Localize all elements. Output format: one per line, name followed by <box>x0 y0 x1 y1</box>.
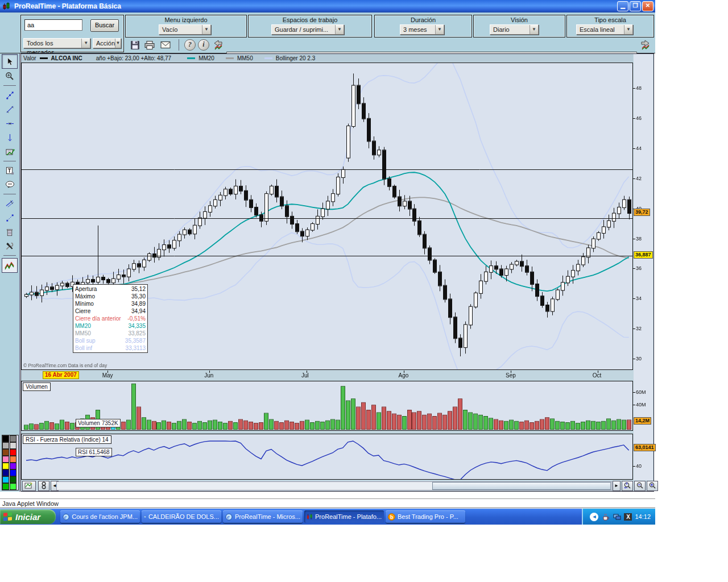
search-input[interactable] <box>24 19 82 31</box>
back-chart-button[interactable] <box>212 39 224 50</box>
rsi-panel[interactable]: RSI - Fuerza Relativa (índice) 14 <box>21 434 633 480</box>
divider <box>3 255 16 256</box>
duration-group: Duración 3 meses▼ <box>374 15 472 38</box>
chart-annotation-tool[interactable] <box>2 145 17 159</box>
palette-color-14[interactable] <box>2 483 9 490</box>
text-icon <box>6 167 14 175</box>
palette-color-13[interactable] <box>10 476 16 483</box>
forward-chart-button[interactable] <box>639 39 652 50</box>
markets-dropdown[interactable]: Todos los mercados▼ <box>23 38 90 48</box>
zoom-out-button[interactable] <box>634 481 646 491</box>
help-button[interactable]: ? <box>184 39 196 51</box>
palette-color-1[interactable] <box>10 435 16 442</box>
palette-color-2[interactable] <box>2 442 9 449</box>
task-button[interactable]: bBest Trading Pro - P... <box>386 510 465 523</box>
tooltip-row: Cierre34,94 <box>75 307 146 315</box>
tray-chevron-icon[interactable]: ◄ <box>590 513 598 521</box>
restore-button[interactable]: ❐ <box>630 1 641 11</box>
palette-color-6[interactable] <box>2 456 9 463</box>
palette-color-3[interactable] <box>10 442 16 449</box>
vertical-line-icon <box>6 134 14 142</box>
zoom-tool[interactable] <box>2 69 17 83</box>
link-cursor-button[interactable] <box>38 481 49 491</box>
vision-dropdown[interactable]: Diario▼ <box>490 24 539 35</box>
magnifier-minus-icon <box>636 481 644 489</box>
scrollbar-thumb[interactable] <box>432 482 611 490</box>
task-button[interactable]: ProRealTime - Platafo... <box>304 510 384 523</box>
minimize-button[interactable]: ▁ <box>617 1 628 11</box>
java-tray-icon[interactable] <box>601 513 610 521</box>
rsi-canvas[interactable] <box>22 434 632 479</box>
palette-color-9[interactable] <box>10 463 16 469</box>
antivirus-tray-icon[interactable]: X <box>624 513 632 521</box>
horizontal-line-icon <box>6 119 14 128</box>
close-button[interactable]: ✕ <box>642 1 653 11</box>
pointer-tool[interactable] <box>2 54 18 69</box>
window-titlebar[interactable]: ProRealTime - Plataforma Básica ▁ ❐ ✕ <box>0 0 655 13</box>
palette-color-7[interactable] <box>10 456 16 463</box>
ie-icon: e <box>144 513 146 521</box>
instrument-type-dropdown[interactable]: Acción▼ <box>93 38 121 48</box>
palette-color-0[interactable] <box>2 435 9 442</box>
group-label: Espacios de trabajo <box>249 16 371 23</box>
email-button[interactable] <box>159 39 172 51</box>
palette-color-12[interactable] <box>2 476 9 483</box>
parallel-lines-tool[interactable] <box>2 197 17 210</box>
rsi-tooltip: RSI 61,5468 <box>76 448 112 456</box>
task-button[interactable]: eCours de l'action JPM... <box>60 510 140 523</box>
scroll-right-button[interactable]: ► <box>613 481 621 491</box>
scale-type-dropdown[interactable]: Escala lineal▼ <box>576 24 633 35</box>
zoom-fit-button[interactable] <box>622 481 633 491</box>
segment-tool[interactable] <box>2 211 17 225</box>
chevron-down-icon: ▼ <box>335 25 344 34</box>
task-button[interactable]: eCALDEIRÃO DE DOLS... <box>142 510 221 523</box>
save-button[interactable] <box>129 39 141 51</box>
date-axis[interactable]: 16 Abr 2007 <box>21 371 633 380</box>
palette-color-10[interactable] <box>2 469 9 476</box>
scale-type-group: Tipo escala Escala lineal▼ <box>566 15 654 38</box>
palette-color-8[interactable] <box>2 463 9 469</box>
price-axis[interactable] <box>634 54 653 480</box>
toolbar: Buscar Todos los mercados▼ Acción▼ Menu … <box>0 13 655 53</box>
display-tray-icon[interactable] <box>613 513 621 521</box>
indicator-chart-icon <box>24 481 34 489</box>
search-button[interactable]: Buscar <box>90 19 119 32</box>
delete-tool[interactable] <box>2 225 17 239</box>
workspaces-dropdown[interactable]: Guardar / suprimi...▼ <box>271 24 344 35</box>
bollinger-dash-icon <box>264 57 272 59</box>
palette-color-5[interactable] <box>10 449 16 456</box>
trendline-tool[interactable] <box>2 102 17 116</box>
search-group: Buscar Todos los mercados▼ Acción▼ <box>20 15 124 52</box>
horizontal-line-tool[interactable] <box>2 117 17 130</box>
print-button[interactable] <box>143 39 156 51</box>
text-tool[interactable] <box>2 164 17 177</box>
tooltip-row: MM5033,825 <box>75 330 146 337</box>
taskbar: Iniciar eCours de l'action JPM...eCALDEI… <box>0 509 655 525</box>
zoom-in-button[interactable] <box>647 481 658 491</box>
window-title: ProRealTime - Plataforma Básica <box>14 2 121 10</box>
comment-tool[interactable] <box>2 178 17 192</box>
indicator-settings-button[interactable] <box>22 481 36 491</box>
palette-color-4[interactable] <box>2 449 9 456</box>
pointer-icon <box>6 57 14 66</box>
svg-text:b: b <box>390 514 394 520</box>
trendline-icon <box>6 105 14 114</box>
chart-mode-tool[interactable] <box>2 258 18 273</box>
settings-tool[interactable] <box>2 239 17 253</box>
start-button[interactable]: Iniciar <box>0 509 56 524</box>
palette-color-11[interactable] <box>10 469 16 476</box>
trendline-points-tool[interactable] <box>2 88 17 102</box>
group-label: Duración <box>375 16 471 23</box>
task-button[interactable]: eProRealTime - Micros... <box>223 510 303 523</box>
back-arrow-chart-icon <box>212 39 224 50</box>
system-tray: ◄ X 14:12 <box>582 509 655 525</box>
rsi-panel-label: RSI - Fuerza Relativa (índice) 14 <box>23 435 111 444</box>
info-button[interactable]: i <box>198 39 209 51</box>
palette-color-15[interactable] <box>10 483 16 490</box>
status-text: Java Applet Window <box>2 500 59 507</box>
vertical-line-tool[interactable] <box>2 131 17 144</box>
scrollbar-track[interactable] <box>56 481 612 490</box>
app-logo-icon <box>2 2 11 10</box>
left-menu-dropdown[interactable]: Vacío▼ <box>159 24 211 35</box>
duration-dropdown[interactable]: 3 meses▼ <box>400 24 444 35</box>
